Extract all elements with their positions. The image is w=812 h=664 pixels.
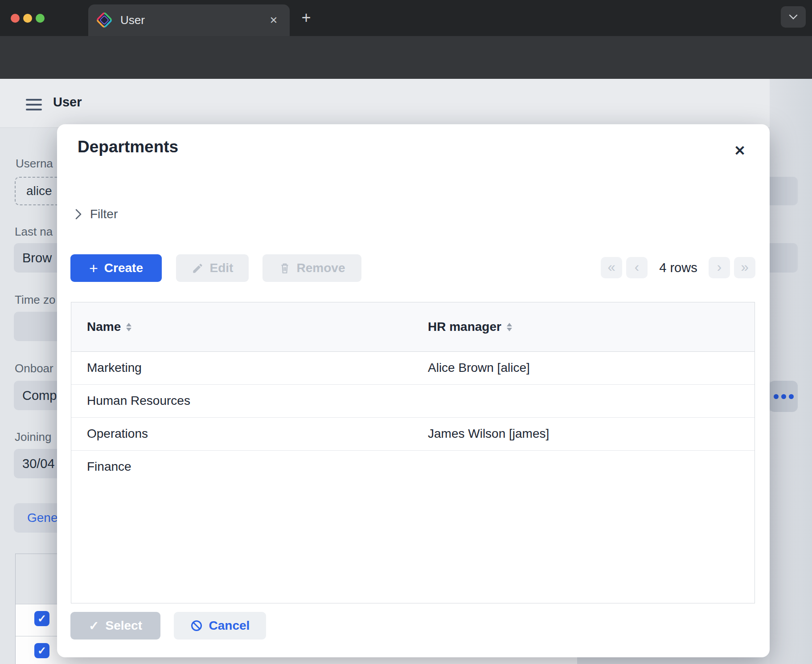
filter-toggle[interactable]: Filter — [74, 205, 118, 223]
column-header-hr-manager[interactable]: HR manager — [428, 302, 512, 351]
plus-icon: + — [89, 261, 98, 276]
browser-toolbar: ← → ↻ ⌂ i localhost:8080/users/a0104727-… — [0, 36, 812, 79]
table-row-operations[interactable]: Operations James Wilson [james] — [71, 417, 755, 451]
cell-name: Operations — [87, 417, 148, 450]
filter-label: Filter — [90, 207, 118, 221]
table-row-finance[interactable]: Finance — [71, 450, 755, 483]
window-minimize-button[interactable] — [23, 14, 32, 23]
page-background-right — [770, 79, 812, 664]
browser-tab[interactable]: User ✕ — [88, 4, 290, 36]
app-header — [0, 79, 812, 127]
page-title: User — [53, 95, 82, 110]
window-maximize-button[interactable] — [36, 14, 45, 23]
departments-table: Name HR manager Marketing Alice Brown [a… — [71, 302, 755, 603]
pagination-last-button[interactable]: » — [734, 257, 755, 278]
dialog-close-icon[interactable]: ✕ — [729, 140, 750, 162]
cancel-button[interactable]: Cancel — [174, 612, 266, 640]
cell-hr-manager: James Wilson [james] — [428, 417, 549, 450]
cell-hr-manager: Alice Brown [alice] — [428, 351, 530, 384]
sort-icon — [507, 323, 512, 331]
tab-close-icon[interactable]: ✕ — [266, 12, 282, 29]
pagination-prev-button[interactable]: ‹ — [626, 257, 648, 278]
more-options-button[interactable] — [769, 381, 798, 412]
select-button[interactable]: ✓ Select — [70, 612, 160, 640]
cell-name: Marketing — [87, 351, 142, 384]
cancel-button-label: Cancel — [209, 619, 250, 633]
create-button-label: Create — [104, 261, 143, 275]
column-header-name[interactable]: Name — [87, 302, 131, 351]
name-column-label: Name — [87, 320, 121, 334]
remove-button[interactable]: Remove — [262, 254, 361, 282]
username-label: Userna — [16, 157, 53, 171]
row-checkbox[interactable]: ✓ — [34, 611, 49, 626]
window-close-button[interactable] — [11, 14, 20, 23]
cell-name: Finance — [87, 450, 131, 483]
tab-title: User — [120, 4, 145, 36]
time-zone-label: Time zo — [15, 293, 56, 307]
dialog-title: Departments — [78, 138, 178, 156]
hamburger-menu-icon[interactable] — [26, 99, 42, 110]
onboarding-label: Onboar — [15, 362, 53, 375]
trash-icon — [279, 262, 291, 274]
sort-icon — [126, 323, 131, 331]
row-checkbox[interactable]: ✓ — [34, 643, 49, 658]
table-row-marketing[interactable]: Marketing Alice Brown [alice] — [71, 351, 755, 385]
select-button-label: Select — [105, 619, 142, 633]
browser-tab-bar: User ✕ + — [0, 0, 812, 36]
site-favicon-icon — [95, 11, 113, 29]
new-tab-button[interactable]: + — [296, 8, 316, 29]
chevron-down-icon — [789, 14, 798, 20]
pagination-first-button[interactable]: « — [601, 257, 622, 278]
hr-manager-column-label: HR manager — [428, 320, 501, 334]
rows-count: 4 rows — [650, 257, 707, 278]
departments-dialog: Departments ✕ Filter + Create Edit Remov… — [57, 124, 770, 657]
check-icon: ✓ — [89, 619, 99, 633]
cell-name: Human Resources — [87, 384, 190, 417]
table-row-human-resources[interactable]: Human Resources — [71, 384, 755, 418]
joining-date-label: Joining — [15, 430, 51, 444]
tab-search-chevron-button[interactable] — [781, 6, 806, 28]
pencil-icon — [192, 262, 204, 274]
last-name-label: Last na — [15, 225, 53, 239]
edit-button[interactable]: Edit — [176, 254, 249, 282]
remove-button-label: Remove — [297, 261, 345, 275]
pagination-next-button[interactable]: › — [709, 257, 730, 278]
chevron-right-icon — [74, 208, 83, 220]
edit-button-label: Edit — [210, 261, 234, 275]
table-header-row: Name HR manager — [71, 302, 755, 352]
create-button[interactable]: + Create — [70, 254, 162, 282]
block-icon — [190, 619, 203, 632]
